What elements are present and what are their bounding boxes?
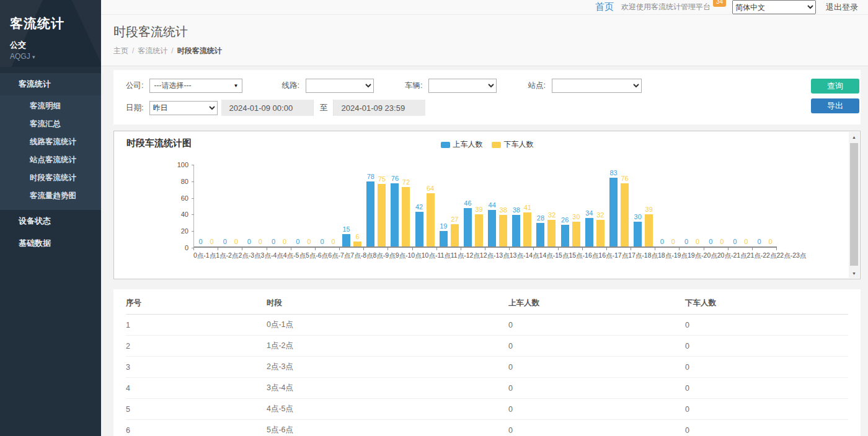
table-header: 上车人数: [508, 292, 685, 315]
bar: [634, 222, 642, 246]
x-axis-category-label: 14点-15点: [539, 251, 569, 259]
y-axis-label: 40: [170, 211, 188, 218]
bar: [464, 208, 472, 246]
breadcrumb-item[interactable]: 客流统计: [138, 46, 167, 55]
language-select[interactable]: 简体中文: [732, 0, 816, 14]
table-row: 10点-1点00: [126, 315, 848, 336]
bar-value-label: 0: [307, 238, 311, 245]
org-code-dropdown[interactable]: AQGJ ▾: [10, 52, 92, 61]
x-axis-category-label: 12点-13点: [480, 251, 510, 259]
bar-group: 00: [704, 165, 728, 246]
chart-panel: 时段车流统计图 上车人数下车人数 00000000000015678757672…: [113, 131, 861, 279]
welcome-text: 欢迎使用客流统计管理平台: [621, 2, 711, 12]
legend-swatch: [492, 142, 501, 148]
home-link[interactable]: 首页: [595, 1, 614, 13]
chevron-down-icon: ▾: [32, 54, 35, 60]
table-header: 时段: [267, 292, 508, 315]
company-select[interactable]: ---请选择--- ▼: [149, 79, 242, 93]
sidebar-item-passenger-flow-stats[interactable]: 客流统计: [0, 73, 101, 95]
sidebar-item-time-flow-stats[interactable]: 时段客流统计: [0, 169, 101, 187]
x-axis-category-label: 11点-12点: [451, 251, 480, 259]
x-axis-category-label: 21点-22点: [747, 251, 777, 259]
date-preset-select[interactable]: 昨日: [149, 101, 218, 115]
vehicle-label: 车辆:: [405, 81, 422, 91]
bar-value-label: 0: [733, 238, 737, 245]
table-header: 序号: [126, 292, 267, 315]
x-axis-category-label: 1点-2点: [216, 251, 238, 259]
sidebar-item-flow-detail[interactable]: 客流明细: [0, 97, 101, 115]
y-axis-label: 100: [170, 161, 188, 168]
sidebar-item-flow-summary[interactable]: 客流汇总: [0, 115, 101, 133]
main-area: 首页 欢迎使用客流统计管理平台 34 简体中文 退出登录 时段客流统计 主页/客…: [101, 0, 868, 436]
sidebar-item-station-flow-stats[interactable]: 站点客流统计: [0, 151, 101, 169]
sidebar-item-line-flow-stats[interactable]: 线路客流统计: [0, 133, 101, 151]
sidebar-item-base-data[interactable]: 基础数据: [0, 232, 101, 255]
notification-badge[interactable]: 34: [713, 0, 726, 7]
bar-value-label: 0: [757, 238, 761, 245]
bar-value-label: 83: [609, 169, 617, 177]
table-row: 32点-3点00: [126, 357, 848, 378]
bar-group: 00: [218, 165, 242, 246]
bar: [402, 187, 410, 246]
bar-value-label: 75: [378, 175, 386, 183]
legend-item[interactable]: 上车人数: [441, 139, 483, 150]
query-button[interactable]: 查询: [811, 79, 859, 94]
breadcrumb-item: 时段客流统计: [177, 46, 222, 55]
bar-value-label: 0: [283, 238, 286, 245]
x-axis-ticks: [193, 248, 777, 250]
bar-group: 4639: [461, 165, 485, 246]
bar-value-label: 39: [475, 206, 482, 213]
table-header: 下车人数: [685, 292, 848, 315]
org-name: 公交: [10, 40, 92, 51]
export-button[interactable]: 导出: [811, 98, 859, 113]
bar: [415, 212, 423, 246]
bar-value-label: 30: [572, 213, 580, 220]
bar-value-label: 41: [524, 204, 531, 211]
scroll-down-icon[interactable]: ▼: [849, 268, 859, 278]
breadcrumb-item[interactable]: 主页: [113, 46, 128, 55]
scrollbar-thumb[interactable]: [850, 143, 858, 266]
date-end-input[interactable]: 2024-01-09 23:59: [334, 100, 425, 116]
line-select[interactable]: [306, 79, 374, 93]
bar-value-label: 15: [342, 225, 350, 233]
period-stats-table: 序号时段上车人数下车人数 10点-1点0021点-2点0032点-3点0043点…: [126, 292, 848, 436]
station-select[interactable]: [552, 79, 642, 93]
bar-value-label: 32: [548, 211, 556, 219]
chart-plot: 0000000000001567875767242641927463944383…: [193, 165, 777, 248]
date-label: 日期:: [126, 103, 143, 113]
bar-value-label: 0: [660, 238, 664, 245]
x-axis-category-label: 0点-1点: [193, 251, 216, 259]
bar: [475, 214, 483, 246]
bar-value-label: 0: [744, 238, 748, 245]
bar-value-label: 0: [234, 238, 238, 245]
bar-group: 00: [655, 165, 680, 246]
bar-value-label: 0: [696, 238, 699, 245]
date-range-separator: 至: [313, 100, 334, 116]
bar-group: 8376: [607, 165, 631, 246]
bar-value-label: 0: [720, 238, 724, 245]
bar-value-label: 42: [415, 203, 423, 211]
bar: [391, 183, 399, 246]
chart-scrollbar[interactable]: ▲ ▼: [849, 132, 859, 278]
bar-value-label: 0: [709, 238, 712, 245]
logout-link[interactable]: 退出登录: [826, 2, 858, 13]
scroll-up-icon[interactable]: ▲: [849, 132, 859, 142]
bar-value-label: 30: [634, 213, 642, 220]
sidebar-item-flow-trend-chart[interactable]: 客流量趋势图: [0, 187, 101, 205]
bar-value-label: 0: [259, 238, 262, 245]
table-row: 21点-2点00: [126, 336, 848, 357]
bar-value-label: 27: [451, 216, 458, 223]
bar: [645, 214, 653, 246]
bar-value-label: 76: [391, 175, 399, 182]
sidebar-item-device-status[interactable]: 设备状态: [0, 210, 101, 232]
bar: [512, 215, 520, 246]
x-axis-category-label: 19点-20点: [688, 251, 717, 259]
bar-group: 7875: [364, 165, 388, 246]
bar-group: 00: [194, 165, 218, 246]
legend-item[interactable]: 下车人数: [492, 139, 534, 150]
x-axis-category-label: 7点-8点: [350, 251, 373, 259]
vehicle-select[interactable]: [428, 79, 497, 93]
date-start-input[interactable]: 2024-01-09 00:00: [221, 100, 313, 116]
bar-group: 4438: [485, 165, 510, 246]
bar: [342, 234, 350, 246]
